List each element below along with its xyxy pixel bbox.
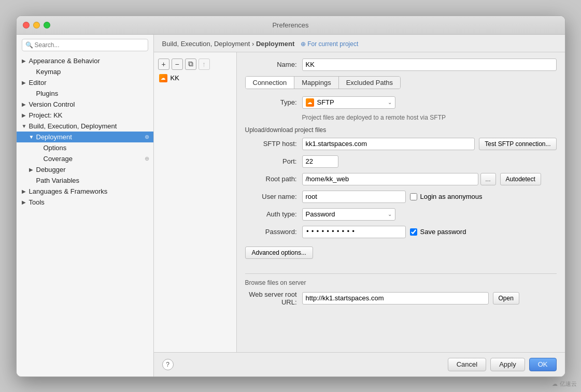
port-label: Port: (245, 157, 302, 165)
remove-server-button[interactable]: − (172, 59, 183, 70)
root-path-input[interactable] (302, 173, 478, 185)
advanced-options-button[interactable]: Advanced options... (245, 246, 313, 259)
apply-button[interactable]: Apply (490, 358, 525, 371)
sidebar-item-label: Options (44, 144, 149, 152)
project-link[interactable]: ⊕ For current project (301, 40, 358, 48)
sidebar-item-project-kk[interactable]: ▶ Project: KK (17, 110, 153, 121)
arrow-icon: ▶ (22, 80, 29, 85)
copy-server-button[interactable]: ⧉ (185, 59, 196, 70)
port-input[interactable] (302, 155, 338, 168)
test-connection-button[interactable]: Test SFTP connection... (479, 138, 556, 150)
sidebar-item-build-exec-deploy[interactable]: ▼ Build, Execution, Deployment (17, 121, 153, 132)
root-path-label: Root path: (245, 175, 302, 183)
autodetect-button[interactable]: Autodetect (500, 173, 541, 185)
arrow-icon: ▼ (29, 134, 36, 140)
main-body: + − ⧉ ↑ ☁ KK Name: (154, 52, 565, 352)
arrow-icon: ▶ (22, 101, 29, 107)
sftp-host-input[interactable] (302, 138, 475, 150)
window-controls (23, 22, 50, 28)
sidebar-item-options[interactable]: Options (17, 142, 153, 153)
tab-excluded-paths[interactable]: Excluded Paths (339, 77, 400, 89)
login-anon-row: Login as anonymous (410, 193, 483, 200)
upload-section-label: Upload/download project files (245, 126, 557, 134)
password-input[interactable] (302, 226, 406, 238)
close-button[interactable] (23, 22, 30, 28)
arrow-icon: ▶ (22, 112, 29, 118)
auth-type-select[interactable]: Password ⌄ (302, 208, 395, 221)
config-tabs: Connection Mappings Excluded Paths (245, 76, 401, 89)
sidebar-item-version-control[interactable]: ▶ Version Control (17, 99, 153, 110)
sidebar-item-label: Project: KK (29, 111, 149, 119)
server-name: KK (171, 74, 179, 82)
browse-button[interactable]: … (480, 173, 496, 185)
sftp-host-label: SFTP host: (245, 140, 302, 148)
search-input[interactable] (22, 39, 148, 51)
sidebar-item-editor[interactable]: ▶ Editor (17, 77, 153, 88)
sidebar-item-label: Editor (29, 79, 149, 86)
open-button[interactable]: Open (493, 292, 519, 304)
server-item[interactable]: ☁ KK (154, 72, 236, 84)
arrow-icon: ▶ (22, 199, 29, 205)
sidebar-item-plugins[interactable]: Plugins (17, 88, 153, 99)
name-input[interactable] (302, 59, 557, 71)
move-up-button[interactable]: ↑ (199, 59, 210, 70)
sidebar-search-container: 🔍 (22, 39, 148, 51)
main-panel: Build, Execution, Deployment › Deploymen… (154, 35, 565, 376)
username-row: User name: Login as anonymous (245, 191, 557, 203)
sidebar-item-label: Debugger (36, 166, 149, 173)
login-anon-label: Login as anonymous (420, 193, 483, 200)
sidebar-item-label: Version Control (29, 100, 149, 108)
sidebar-item-deployment[interactable]: ▼ Deployment ⊕ (17, 132, 153, 142)
sidebar-item-appearance[interactable]: ▶ Appearance & Behavior (17, 55, 153, 66)
sidebar-item-label: Keymap (36, 68, 149, 76)
save-password-row: Save password (410, 228, 466, 236)
maximize-button[interactable] (44, 22, 50, 28)
sidebar-item-label: Coverage (44, 155, 143, 163)
username-input[interactable] (302, 191, 406, 203)
login-anon-checkbox[interactable] (410, 193, 417, 200)
minimize-button[interactable] (33, 22, 40, 28)
tab-connection[interactable]: Connection (246, 77, 295, 89)
watermark-text: 亿速云 (560, 380, 577, 388)
root-path-row: Root path: … Autodetect (245, 173, 557, 185)
auth-type-row: Auth type: Password ⌄ (245, 208, 557, 221)
browse-section: Browse files on server Web server root U… (245, 273, 557, 306)
sidebar-item-debugger[interactable]: ▶ Debugger (17, 164, 153, 175)
sidebar-item-label: Languages & Frameworks (29, 187, 149, 195)
web-root-url-input[interactable] (302, 292, 489, 304)
save-password-checkbox[interactable] (410, 228, 417, 236)
main-header: Build, Execution, Deployment › Deploymen… (154, 35, 565, 52)
footer-right: Cancel Apply OK (448, 358, 557, 371)
sidebar-items-list: ▶ Appearance & Behavior Keymap ▶ Editor … (17, 55, 153, 376)
server-toolbar: + − ⧉ ↑ (154, 56, 236, 72)
sidebar-item-label: Tools (29, 198, 149, 206)
add-server-button[interactable]: + (158, 59, 169, 70)
type-hint: Project files are deployed to a remote h… (302, 114, 557, 121)
sidebar-item-keymap[interactable]: Keymap (17, 66, 153, 77)
titlebar: Preferences (17, 16, 565, 35)
password-row: Password: Save password (245, 226, 557, 238)
type-select[interactable]: ☁ SFTP ⌄ (302, 96, 395, 109)
cancel-button[interactable]: Cancel (448, 358, 486, 371)
port-row: Port: (245, 155, 557, 168)
help-button[interactable]: ? (162, 359, 174, 370)
sidebar-item-coverage[interactable]: Coverage ⊕ (17, 153, 153, 164)
arrow-icon: ▶ (22, 188, 29, 194)
chevron-down-icon: ⌄ (388, 99, 392, 105)
main-content: 🔍 ▶ Appearance & Behavior Keymap ▶ Edito… (17, 35, 565, 376)
preferences-window: Preferences 🔍 ▶ Appearance & Behavior Ke… (16, 16, 565, 377)
sidebar-item-label: Deployment (36, 133, 143, 141)
config-panel: Name: Connection Mappings Excluded Paths… (237, 52, 565, 352)
sidebar-item-tools[interactable]: ▶ Tools (17, 197, 153, 208)
username-label: User name: (245, 193, 302, 200)
search-icon: 🔍 (25, 41, 33, 49)
sidebar-item-languages-frameworks[interactable]: ▶ Languages & Frameworks (17, 186, 153, 197)
footer-left: ? (162, 359, 174, 370)
tab-mappings[interactable]: Mappings (294, 77, 338, 89)
arrow-icon: ▶ (29, 167, 36, 172)
auth-type-value: Password (306, 210, 388, 218)
ok-button[interactable]: OK (529, 358, 557, 371)
auth-type-label: Auth type: (245, 210, 302, 218)
name-label: Name: (245, 61, 302, 68)
sidebar-item-path-variables[interactable]: Path Variables (17, 175, 153, 186)
